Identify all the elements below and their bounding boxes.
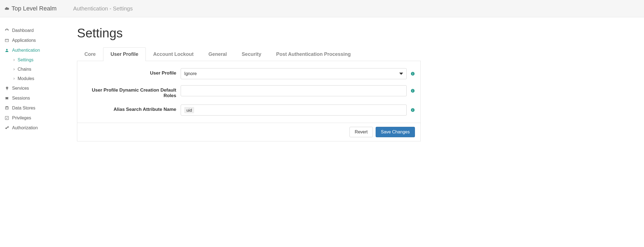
chevron-right-icon [13, 68, 15, 71]
caret-down-icon [399, 73, 403, 75]
svg-rect-4 [5, 116, 9, 120]
subnav-item-modules[interactable]: Modules [13, 74, 63, 83]
sidebar-item-label: Authentication [12, 48, 40, 53]
user-icon [4, 48, 9, 53]
svg-point-2 [6, 49, 7, 50]
sidebar-item-privileges[interactable]: Privileges [4, 113, 63, 123]
dashboard-icon [4, 28, 9, 33]
sidebar-item-label: Data Stores [12, 106, 35, 111]
tab-core[interactable]: Core [77, 47, 103, 61]
key-icon [4, 125, 9, 130]
tag-alias-value[interactable]: uid [184, 107, 194, 113]
breadcrumb: Authentication - Settings [73, 6, 133, 12]
sidebar-item-dashboard[interactable]: Dashboard [4, 26, 63, 35]
subnav-item-label: Modules [18, 76, 34, 81]
svg-rect-13 [412, 110, 413, 111]
tab-security[interactable]: Security [234, 47, 269, 61]
subnav-item-chains[interactable]: Chains [13, 65, 63, 74]
ticket-icon [4, 96, 9, 101]
svg-point-5 [5, 128, 7, 129]
chevron-right-icon [13, 59, 15, 61]
check-square-icon [4, 116, 9, 120]
sidebar-item-services[interactable]: Services [4, 83, 63, 93]
label-dynamic-roles: User Profile Dynamic Creation Default Ro… [83, 85, 176, 98]
tab-label: Post Authentication Processing [276, 51, 351, 57]
svg-rect-11 [412, 90, 413, 90]
svg-rect-14 [412, 109, 413, 109]
tab-general[interactable]: General [201, 47, 234, 61]
cloud-icon [4, 6, 9, 11]
chevron-right-icon [13, 77, 15, 80]
row-dynamic-roles: User Profile Dynamic Creation Default Ro… [83, 85, 415, 98]
sidebar-item-datastores[interactable]: Data Stores [4, 103, 63, 113]
tab-account-lockout[interactable]: Account Lockout [146, 47, 201, 61]
sidebar-item-sessions[interactable]: Sessions [4, 93, 63, 103]
sidebar-item-applications[interactable]: Applications [4, 35, 63, 45]
svg-point-3 [5, 106, 9, 107]
tab-user-profile[interactable]: User Profile [103, 47, 146, 61]
revert-button[interactable]: Revert [349, 127, 373, 137]
info-icon[interactable] [411, 108, 415, 112]
realm-label: Top Level Realm [12, 5, 57, 12]
subnav-item-label: Settings [18, 57, 34, 62]
svg-rect-10 [412, 90, 413, 92]
sidebar-item-authorization[interactable]: Authorization [4, 123, 63, 133]
info-icon[interactable] [411, 89, 415, 93]
tab-label: Account Lockout [153, 51, 194, 57]
svg-rect-8 [412, 73, 413, 73]
subnav-item-settings[interactable]: Settings [13, 55, 63, 65]
label-alias: Alias Search Attribute Name [83, 105, 176, 112]
subnav-item-label: Chains [18, 67, 31, 72]
database-icon [4, 106, 9, 111]
select-user-profile[interactable]: Ignore [181, 68, 407, 79]
realm-title[interactable]: Top Level Realm [4, 5, 57, 12]
input-alias[interactable]: uid [181, 105, 407, 116]
tab-label: Security [242, 51, 261, 57]
row-user-profile: User Profile Ignore [83, 68, 415, 79]
topbar: Top Level Realm Authentication - Setting… [0, 0, 644, 17]
input-dynamic-roles[interactable] [181, 85, 407, 96]
sidebar-item-label: Sessions [12, 96, 30, 101]
sidebar-item-label: Dashboard [12, 28, 34, 33]
auth-subnav: Settings Chains Modules [4, 55, 63, 83]
tab-label: General [208, 51, 227, 57]
label-user-profile: User Profile [83, 68, 176, 76]
sidebar-item-label: Applications [12, 38, 36, 43]
save-button[interactable]: Save Changes [376, 127, 415, 137]
sidebar-item-label: Privileges [12, 116, 31, 120]
applications-icon [4, 38, 9, 43]
tab-label: Core [84, 51, 96, 57]
sidebar-item-label: Services [12, 86, 29, 91]
sidebar-item-authentication[interactable]: Authentication [4, 45, 63, 55]
plug-icon [4, 86, 9, 91]
tab-post-auth[interactable]: Post Authentication Processing [269, 47, 358, 61]
info-icon[interactable] [411, 72, 415, 76]
svg-rect-7 [412, 73, 413, 75]
tab-label: User Profile [111, 51, 138, 57]
form-panel: User Profile Ignore User Profile Dynamic… [77, 61, 421, 123]
sidebar-item-label: Authorization [12, 125, 38, 130]
page-title: Settings [77, 26, 421, 40]
select-value: Ignore [184, 71, 197, 76]
row-alias: Alias Search Attribute Name uid [83, 105, 415, 116]
main-content: Settings Core User Profile Account Locko… [63, 17, 423, 150]
svg-rect-0 [5, 39, 9, 42]
panel-footer: Revert Save Changes [77, 123, 421, 141]
tabs: Core User Profile Account Lockout Genera… [77, 47, 421, 61]
sidebar: Dashboard Applications Authentication Se… [0, 17, 63, 150]
